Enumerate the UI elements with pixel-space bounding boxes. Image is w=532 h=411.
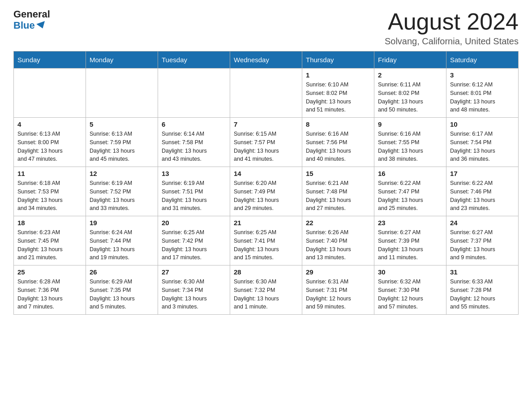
table-row: 21Sunrise: 6:25 AMSunset: 7:41 PMDayligh… <box>230 216 302 265</box>
day-number: 6 <box>162 120 226 128</box>
table-row <box>14 68 86 118</box>
day-info: Sunrise: 6:33 AMSunset: 7:28 PMDaylight:… <box>450 278 515 311</box>
day-info: Sunrise: 6:21 AMSunset: 7:48 PMDaylight:… <box>306 179 370 213</box>
table-row: 2Sunrise: 6:11 AMSunset: 8:02 PMDaylight… <box>374 68 446 118</box>
day-info: Sunrise: 6:10 AMSunset: 8:02 PMDaylight:… <box>306 81 370 114</box>
day-info: Sunrise: 6:28 AMSunset: 7:36 PMDaylight:… <box>17 278 82 311</box>
table-row: 29Sunrise: 6:31 AMSunset: 7:31 PMDayligh… <box>302 265 374 315</box>
table-row <box>158 68 230 118</box>
table-row: 24Sunrise: 6:27 AMSunset: 7:37 PMDayligh… <box>446 216 519 265</box>
day-number: 16 <box>378 170 442 177</box>
day-number: 24 <box>450 219 515 227</box>
day-number: 18 <box>17 219 82 227</box>
day-info: Sunrise: 6:25 AMSunset: 7:42 PMDaylight:… <box>162 228 226 262</box>
day-number: 20 <box>162 219 226 227</box>
day-number: 22 <box>306 219 370 227</box>
header: General Blue August 2024 Solvang, Califo… <box>13 9 519 47</box>
day-info: Sunrise: 6:16 AMSunset: 7:55 PMDaylight:… <box>378 130 442 163</box>
day-number: 26 <box>90 268 154 276</box>
day-number: 27 <box>162 268 226 276</box>
table-row: 25Sunrise: 6:28 AMSunset: 7:36 PMDayligh… <box>14 265 86 315</box>
weekday-header-thursday: Thursday <box>302 51 374 68</box>
month-title: August 2024 <box>385 9 519 34</box>
day-info: Sunrise: 6:15 AMSunset: 7:57 PMDaylight:… <box>234 130 298 163</box>
day-number: 8 <box>306 120 370 128</box>
calendar-header-row: SundayMondayTuesdayWednesdayThursdayFrid… <box>14 51 519 68</box>
calendar-week-5: 25Sunrise: 6:28 AMSunset: 7:36 PMDayligh… <box>14 265 519 315</box>
table-row: 3Sunrise: 6:12 AMSunset: 8:01 PMDaylight… <box>446 68 519 118</box>
day-number: 10 <box>450 120 515 128</box>
table-row: 12Sunrise: 6:19 AMSunset: 7:52 PMDayligh… <box>86 167 158 216</box>
table-row <box>230 68 302 118</box>
logo-arrow-icon <box>36 21 47 30</box>
day-number: 21 <box>234 219 298 227</box>
day-number: 30 <box>378 268 442 276</box>
table-row: 26Sunrise: 6:29 AMSunset: 7:35 PMDayligh… <box>86 265 158 315</box>
table-row: 27Sunrise: 6:30 AMSunset: 7:34 PMDayligh… <box>158 265 230 315</box>
day-info: Sunrise: 6:17 AMSunset: 7:54 PMDaylight:… <box>450 130 515 163</box>
table-row: 19Sunrise: 6:24 AMSunset: 7:44 PMDayligh… <box>86 216 158 265</box>
calendar-table: SundayMondayTuesdayWednesdayThursdayFrid… <box>13 51 519 315</box>
table-row: 13Sunrise: 6:19 AMSunset: 7:51 PMDayligh… <box>158 167 230 216</box>
day-number: 4 <box>17 120 82 128</box>
table-row: 14Sunrise: 6:20 AMSunset: 7:49 PMDayligh… <box>230 167 302 216</box>
table-row: 6Sunrise: 6:14 AMSunset: 7:58 PMDaylight… <box>158 118 230 167</box>
day-number: 15 <box>306 170 370 177</box>
table-row: 11Sunrise: 6:18 AMSunset: 7:53 PMDayligh… <box>14 167 86 216</box>
table-row: 20Sunrise: 6:25 AMSunset: 7:42 PMDayligh… <box>158 216 230 265</box>
day-number: 31 <box>450 268 515 276</box>
day-number: 29 <box>306 268 370 276</box>
table-row: 5Sunrise: 6:13 AMSunset: 7:59 PMDaylight… <box>86 118 158 167</box>
day-info: Sunrise: 6:25 AMSunset: 7:41 PMDaylight:… <box>234 228 298 262</box>
calendar-week-1: 1Sunrise: 6:10 AMSunset: 8:02 PMDaylight… <box>14 68 519 118</box>
day-number: 9 <box>378 120 442 128</box>
table-row: 28Sunrise: 6:30 AMSunset: 7:32 PMDayligh… <box>230 265 302 315</box>
calendar-week-2: 4Sunrise: 6:13 AMSunset: 8:00 PMDaylight… <box>14 118 519 167</box>
table-row: 4Sunrise: 6:13 AMSunset: 8:00 PMDaylight… <box>14 118 86 167</box>
day-info: Sunrise: 6:31 AMSunset: 7:31 PMDaylight:… <box>306 278 370 311</box>
day-info: Sunrise: 6:12 AMSunset: 8:01 PMDaylight:… <box>450 81 515 114</box>
table-row: 15Sunrise: 6:21 AMSunset: 7:48 PMDayligh… <box>302 167 374 216</box>
weekday-header-wednesday: Wednesday <box>230 51 302 68</box>
day-number: 5 <box>90 120 154 128</box>
day-number: 14 <box>234 170 298 177</box>
table-row: 7Sunrise: 6:15 AMSunset: 7:57 PMDaylight… <box>230 118 302 167</box>
location-subtitle: Solvang, California, United States <box>385 36 519 47</box>
weekday-header-monday: Monday <box>86 51 158 68</box>
day-number: 1 <box>306 71 370 79</box>
weekday-header-friday: Friday <box>374 51 446 68</box>
title-block: August 2024 Solvang, California, United … <box>385 9 519 47</box>
day-info: Sunrise: 6:16 AMSunset: 7:56 PMDaylight:… <box>306 130 370 163</box>
table-row: 16Sunrise: 6:22 AMSunset: 7:47 PMDayligh… <box>374 167 446 216</box>
day-number: 13 <box>162 170 226 177</box>
day-info: Sunrise: 6:22 AMSunset: 7:46 PMDaylight:… <box>450 179 515 213</box>
day-number: 25 <box>17 268 82 276</box>
calendar-week-3: 11Sunrise: 6:18 AMSunset: 7:53 PMDayligh… <box>14 167 519 216</box>
table-row: 17Sunrise: 6:22 AMSunset: 7:46 PMDayligh… <box>446 167 519 216</box>
table-row: 8Sunrise: 6:16 AMSunset: 7:56 PMDaylight… <box>302 118 374 167</box>
day-info: Sunrise: 6:30 AMSunset: 7:34 PMDaylight:… <box>162 278 226 311</box>
table-row: 9Sunrise: 6:16 AMSunset: 7:55 PMDaylight… <box>374 118 446 167</box>
table-row: 1Sunrise: 6:10 AMSunset: 8:02 PMDaylight… <box>302 68 374 118</box>
logo-general-text: General <box>13 9 50 20</box>
table-row: 18Sunrise: 6:23 AMSunset: 7:45 PMDayligh… <box>14 216 86 265</box>
logo-blue-text: Blue <box>13 20 46 31</box>
day-number: 28 <box>234 268 298 276</box>
day-info: Sunrise: 6:19 AMSunset: 7:51 PMDaylight:… <box>162 179 226 213</box>
day-number: 23 <box>378 219 442 227</box>
day-info: Sunrise: 6:13 AMSunset: 8:00 PMDaylight:… <box>17 130 82 163</box>
table-row: 23Sunrise: 6:27 AMSunset: 7:39 PMDayligh… <box>374 216 446 265</box>
table-row: 30Sunrise: 6:32 AMSunset: 7:30 PMDayligh… <box>374 265 446 315</box>
day-info: Sunrise: 6:30 AMSunset: 7:32 PMDaylight:… <box>234 278 298 311</box>
logo: General Blue <box>13 9 50 31</box>
calendar-week-4: 18Sunrise: 6:23 AMSunset: 7:45 PMDayligh… <box>14 216 519 265</box>
day-number: 19 <box>90 219 154 227</box>
day-number: 17 <box>450 170 515 177</box>
day-info: Sunrise: 6:27 AMSunset: 7:37 PMDaylight:… <box>450 228 515 262</box>
day-info: Sunrise: 6:24 AMSunset: 7:44 PMDaylight:… <box>90 228 154 262</box>
day-info: Sunrise: 6:18 AMSunset: 7:53 PMDaylight:… <box>17 179 82 213</box>
day-number: 11 <box>17 170 82 177</box>
table-row: 22Sunrise: 6:26 AMSunset: 7:40 PMDayligh… <box>302 216 374 265</box>
table-row: 10Sunrise: 6:17 AMSunset: 7:54 PMDayligh… <box>446 118 519 167</box>
day-info: Sunrise: 6:26 AMSunset: 7:40 PMDaylight:… <box>306 228 370 262</box>
